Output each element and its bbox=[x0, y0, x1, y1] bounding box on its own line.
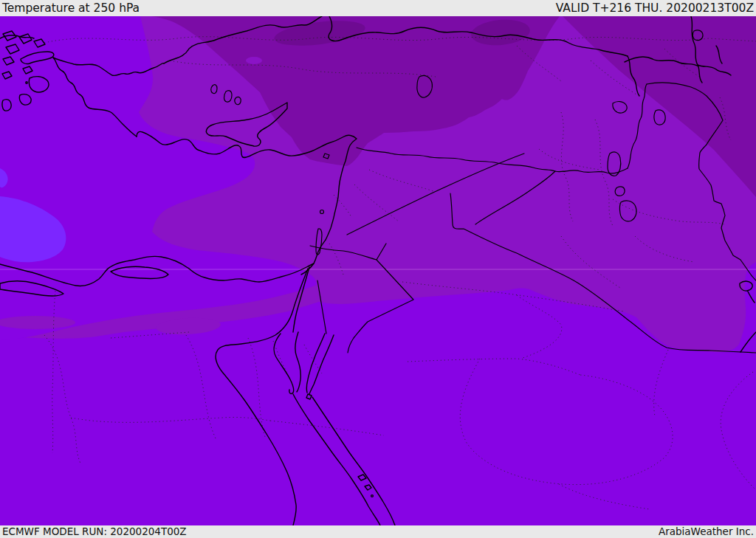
valid-time-label: VALID T+216 THU. 20200213T00Z bbox=[556, 1, 754, 15]
header-bar: Temperature at 250 hPa VALID T+216 THU. … bbox=[0, 0, 756, 16]
footer-bar: ECMWF MODEL RUN: 20200204T00Z ArabiaWeat… bbox=[0, 525, 756, 538]
weather-map-window: Temperature at 250 hPa VALID T+216 THU. … bbox=[0, 0, 756, 538]
model-run-label: ECMWF MODEL RUN: 20200204T00Z bbox=[2, 525, 187, 537]
temp-mid-pocket-anatolia bbox=[246, 57, 262, 64]
map-title: Temperature at 250 hPa bbox=[2, 1, 140, 15]
credit-label: ArabiaWeather Inc. bbox=[659, 525, 754, 537]
temperature-map bbox=[0, 16, 756, 525]
map-area bbox=[0, 16, 756, 525]
